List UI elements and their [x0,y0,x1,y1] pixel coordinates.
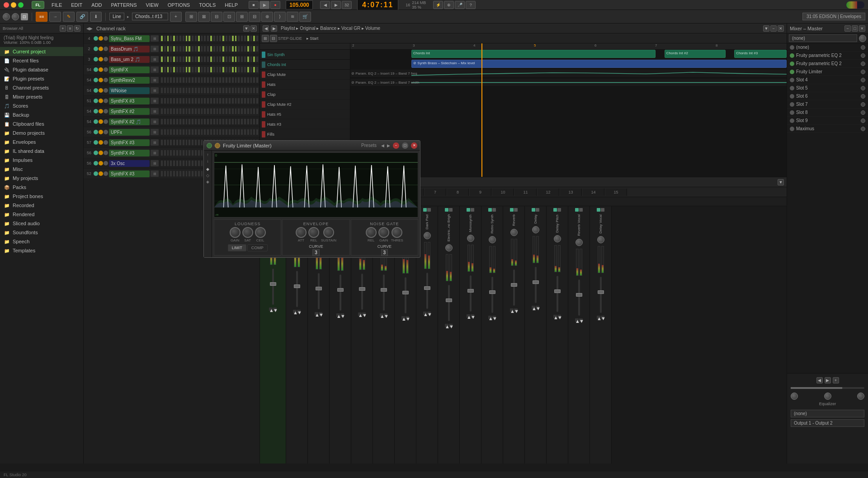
pad-0-16[interactable] [210,35,212,42]
pad-7-11[interactable] [194,108,197,114]
ch-power-12[interactable] [94,161,98,166]
pad-2-14[interactable] [203,56,206,62]
pad-6-11[interactable] [194,98,197,104]
ch-plugin-1[interactable]: ⊞ [151,46,159,52]
pad-5-0[interactable] [160,87,163,94]
pad-9-2[interactable] [167,129,170,135]
quantize-button[interactable]: ⊡ [21,13,28,20]
pad-11-11[interactable] [194,150,197,156]
mx-send-knob-15[interactable] [597,236,604,243]
pad-8-24[interactable] [235,118,237,125]
ch-name-5[interactable]: WNoise [109,87,150,94]
pad-3-21[interactable] [225,66,228,73]
pad-4-14[interactable] [203,77,206,83]
pad-11-4[interactable] [173,150,175,156]
pad-13-5[interactable] [176,170,179,177]
ch-mute-2[interactable] [99,57,103,62]
pad-4-7[interactable] [182,77,185,83]
pad-6-18[interactable] [216,98,219,104]
pad-13-12[interactable] [198,170,200,177]
pad-7-17[interactable] [213,108,216,114]
ch-mute-0[interactable] [99,36,103,41]
pad-9-14[interactable] [203,129,206,135]
pad-10-3[interactable] [170,139,172,146]
mx-fader-handle-10[interactable] [489,290,495,294]
mx-dn-btn-3[interactable]: ▼ [340,313,344,317]
tool8[interactable]: ⟩ [274,12,286,22]
ch-power-9[interactable] [94,130,98,134]
pad-0-5[interactable] [176,35,179,42]
mx-send-knob-8[interactable] [445,244,453,251]
mx-menu[interactable]: ▼ [778,179,784,185]
pad-5-23[interactable] [231,87,234,94]
pad-6-8[interactable] [185,98,188,104]
fl-presets-label[interactable]: Presets [361,143,377,148]
pad-3-26[interactable] [241,66,243,73]
erase-button[interactable]: ⬇ [90,12,102,22]
pad-6-0[interactable] [160,98,163,104]
pad-7-8[interactable] [185,108,188,114]
mx-green-btn-12[interactable] [532,208,535,212]
ch-name-6[interactable]: SynthFX #3 [109,98,150,104]
mx-fader-handle-6[interactable] [402,291,409,294]
pad-9-3[interactable] [170,129,172,135]
pad-4-4[interactable] [173,77,175,83]
pad-5-8[interactable] [185,87,188,94]
fader-btn3[interactable]: + [833,377,839,383]
ch-power-6[interactable] [94,99,98,103]
pad-9-5[interactable] [176,129,179,135]
pad-0-31[interactable] [256,35,259,42]
sidebar-item-speech[interactable]: 📁Speech [0,237,83,246]
pad-2-1[interactable] [164,56,166,62]
sidebar-item-demo-projects[interactable]: 📁Demo projects [0,128,83,137]
pad-1-31[interactable] [256,46,259,52]
mx-fader-handle-13[interactable] [554,289,561,293]
mx-up-btn-11[interactable]: ▲ [510,308,514,312]
ptrack-2[interactable]: Clap [260,90,350,99]
pad-1-17[interactable] [213,46,216,52]
pad-7-9[interactable] [188,108,191,114]
mx-fader-handle-4[interactable] [359,287,365,291]
pad-6-31[interactable] [256,98,259,104]
pad-4-2[interactable] [167,77,170,83]
record-button[interactable]: ● [270,1,280,9]
ch-plugin-2[interactable]: ⊞ [151,56,159,62]
mx-up-btn-13[interactable]: ▲ [553,315,557,318]
ch-solo-11[interactable] [104,151,108,155]
pad-2-19[interactable] [219,56,222,62]
pad-0-24[interactable] [235,35,237,42]
fx-power-10[interactable] [790,127,794,131]
pad-7-18[interactable] [216,108,219,114]
ch-solo-7[interactable] [104,109,108,114]
pad-3-11[interactable] [194,66,197,73]
ptrack-6[interactable]: Fills [260,129,350,139]
mx-up-btn-6[interactable]: ▲ [401,316,405,320]
tool1[interactable]: ⊞ [185,12,197,22]
mx-dn-btn-0[interactable]: ▼ [273,308,277,311]
pad-12-5[interactable] [176,160,179,166]
pad-6-9[interactable] [188,98,191,104]
mx-mute-btn-9[interactable] [471,208,474,212]
pad-5-13[interactable] [201,87,203,94]
pad-9-8[interactable] [185,129,188,135]
fx-slot-0[interactable]: (none) [787,43,868,52]
pad-2-27[interactable] [244,56,246,62]
fx-slot-1[interactable]: Fruity parametric EQ 2 [787,52,868,60]
pad-4-6[interactable] [179,77,182,83]
pad-9-23[interactable] [231,129,234,135]
fx-slot-10[interactable]: Maximus [787,125,868,133]
pad-2-18[interactable] [216,56,219,62]
pad-1-15[interactable] [207,46,209,52]
pad-11-3[interactable] [170,150,172,156]
pad-10-11[interactable] [194,139,197,146]
pad-5-25[interactable] [237,87,240,94]
tool6[interactable]: ⊟ [249,12,260,22]
pad-11-10[interactable] [191,150,194,156]
pad-3-15[interactable] [207,66,209,73]
pad-4-5[interactable] [176,77,179,83]
ch-plugin-6[interactable]: ⊞ [151,98,159,104]
pad-3-16[interactable] [210,66,212,73]
fl-pin2[interactable]: ◇ [206,173,209,178]
pad-3-9[interactable] [188,66,191,73]
pad-4-27[interactable] [244,77,246,83]
